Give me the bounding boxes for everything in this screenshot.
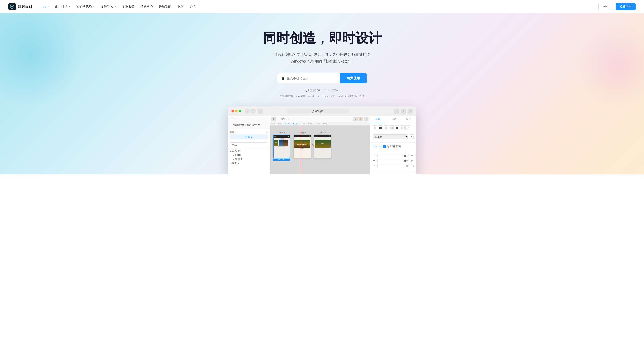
rotation-input[interactable] xyxy=(377,164,409,168)
add-tab-button[interactable]: + xyxy=(401,109,406,114)
phone-input-wrap: 📱 xyxy=(277,73,340,84)
resize-icon[interactable]: ⤢ xyxy=(409,135,414,139)
tab-design[interactable]: 设计 xyxy=(370,116,386,123)
phone-input[interactable] xyxy=(287,77,337,80)
align-bottom-button[interactable]: ⬜ xyxy=(400,126,404,130)
canvas-toolbar: ⊞ − 62% + ↖ ✋ ⬜ xyxy=(270,116,370,122)
add-page-button[interactable]: + ∧ xyxy=(264,131,268,133)
browser-nav-buttons: ‹ › xyxy=(245,109,256,114)
chevron-down-icon: ▼ xyxy=(47,6,49,8)
editor-toolbar: ☰ 书籍阅读类小程序设计 ▼ xyxy=(228,116,270,129)
y-input[interactable] xyxy=(415,154,416,158)
canvas-ruler: 900 1000 1194 1296 1500 1600 1700 1800 xyxy=(270,122,370,126)
nav-item-new-features[interactable]: 最新功能 xyxy=(156,3,174,10)
wechat-login-option[interactable]: 💬 微信登录 xyxy=(306,89,320,92)
size-select[interactable]: 自定义 xyxy=(373,135,408,139)
right-panel-tabs: 设计 原型 标注 xyxy=(370,116,416,123)
free-use-button[interactable]: 免费使用 xyxy=(616,3,636,10)
minimize-dot[interactable] xyxy=(235,110,238,112)
view-toggle[interactable]: ⊞ xyxy=(272,117,276,121)
phone-status-2: 9:41 🔋 xyxy=(294,135,311,137)
align-left-button[interactable]: ⬜ xyxy=(373,126,377,130)
align-right-button[interactable]: ⬜ xyxy=(384,126,388,130)
frame-label-2: ◇ 整页/否 xyxy=(294,132,311,134)
layer-item-0[interactable]: ◇ 整页/否 xyxy=(228,149,270,153)
phone-status-1: 9:41 🔋 xyxy=(274,135,290,138)
pointer-tool[interactable]: ↖ xyxy=(353,117,358,121)
x-input[interactable] xyxy=(377,154,409,158)
close-dot[interactable] xyxy=(231,110,234,112)
editor-right-panel: 设计 原型 标注 ⬜ ⬛ ⬜ ⬜ ⬛ ⬜ ⋯ xyxy=(370,116,416,174)
layers-search-input[interactable] xyxy=(230,142,268,147)
fullscreen-button[interactable]: ⤢ xyxy=(408,109,413,114)
circle-icon: ○ xyxy=(378,145,382,149)
layer-item-1[interactable]: □ 6.jpeg xyxy=(231,153,270,157)
right-align-section: ⬜ ⬛ ⬜ ⬜ ⬛ ⬜ ⋯ xyxy=(370,123,416,132)
zoom-level: 62% xyxy=(281,118,285,120)
maximize-dot[interactable] xyxy=(239,110,241,112)
layer-item-2[interactable]: □ 矩形 8 xyxy=(231,157,270,161)
canvas-frames: ◇ 整页/是 9:41 🔋 xyxy=(270,126,334,167)
editor-pages: 页数：1 + ∧ 页面 1 xyxy=(228,129,270,141)
nav-item-help[interactable]: 帮助中心 xyxy=(138,3,156,10)
w-input[interactable] xyxy=(377,159,409,163)
navbar: 即时设计 Ai ▼ 设计社区 ▼ 我们的优势 ▼ 文件导入 ▼ 企业服务 帮助中… xyxy=(0,0,644,14)
browser-dots xyxy=(231,110,241,112)
share-button[interactable]: ↑ xyxy=(394,109,399,114)
logo[interactable]: 即时设计 xyxy=(8,3,32,11)
canvas-indicator xyxy=(301,126,301,174)
align-center-v-button[interactable]: ⬛ xyxy=(394,126,399,130)
align-top-button[interactable]: ⬜ xyxy=(389,126,394,130)
hero-cta-button[interactable]: 免费使用 xyxy=(340,73,367,84)
browser-url-bar[interactable]: js.design xyxy=(286,109,349,113)
book-detail-title: 森林之火 xyxy=(294,148,310,149)
back-button[interactable]: ‹ xyxy=(245,109,250,114)
editor-canvas[interactable]: ⊞ − 62% + ↖ ✋ ⬜ 90 xyxy=(270,116,370,174)
frame-tool[interactable]: ⬜ xyxy=(364,117,368,121)
rect-icon: □ xyxy=(373,145,376,149)
chevron-down-icon: ▼ xyxy=(114,6,116,8)
page-item[interactable]: 页面 1 xyxy=(230,135,268,139)
book-cover-2 xyxy=(279,140,283,146)
overflow-checkbox: ✓ 超出画板隐藏 xyxy=(383,145,401,148)
listen-cover: FIRE xyxy=(315,140,330,148)
checkbox-icon[interactable]: ✓ xyxy=(383,145,386,148)
pages-header: 页数：1 + ∧ xyxy=(230,131,268,134)
frame-size-badge: 102 x 146.34 xyxy=(273,159,290,161)
link-proportions-button[interactable]: 🔗 xyxy=(410,160,413,162)
tab-annotation[interactable]: 标注 xyxy=(401,116,416,123)
forward-button[interactable]: › xyxy=(250,109,256,114)
hero-login-options: 💬 微信登录 ✈ 飞书登录 xyxy=(8,89,636,92)
canvas-content[interactable]: ◇ 整页/是 9:41 🔋 xyxy=(270,126,370,174)
toolbar-separator xyxy=(237,118,237,121)
distribute-button[interactable]: ⋯ xyxy=(405,126,410,130)
file-name[interactable]: 书籍阅读类小程序设计 ▼ xyxy=(230,123,262,127)
frame-label-1: ◇ 整页/是 xyxy=(273,132,290,134)
tab-prototype[interactable]: 原型 xyxy=(386,116,401,123)
align-center-h-button[interactable]: ⬛ xyxy=(378,126,383,130)
canvas-frame-2[interactable]: 9:41 🔋 ‹ ↑ xyxy=(294,135,311,158)
nav-item-advantages[interactable]: 我们的优势 ▼ xyxy=(74,3,97,10)
rotation-row: ° T ↕ xyxy=(373,164,414,168)
feishu-login-option[interactable]: ✈ 飞书登录 xyxy=(325,89,339,92)
layer-item-3[interactable]: ◇ 整页/是 xyxy=(228,161,270,165)
nav-item-ai[interactable]: Ai ▼ xyxy=(41,4,52,10)
canvas-frame-1[interactable]: 9:41 🔋 云鹿书谷 FIRE xyxy=(273,135,290,158)
nav-item-download[interactable]: 下载 xyxy=(175,3,186,10)
frame-label-3: ◇ 整页/否 xyxy=(314,132,331,134)
browser-mockup: ‹ › js.design ↑ + ⤢ ☰ xyxy=(228,107,416,174)
hero-content: 同时创造，即时设计 可云端编辑的专业级 UI 设计工具，为中国设计师量身打造 W… xyxy=(8,30,636,174)
nav-item-import[interactable]: 文件导入 ▼ xyxy=(98,3,119,10)
plus-button[interactable]: + xyxy=(286,118,289,120)
nav-item-enterprise[interactable]: 企业服务 xyxy=(120,3,137,10)
hand-tool[interactable]: ✋ xyxy=(358,117,363,121)
canvas-frame-3[interactable]: 9:41 🔋 ‹ xyxy=(314,135,331,158)
menu-button[interactable]: ☰ xyxy=(230,117,236,121)
minus-button[interactable]: − xyxy=(277,118,280,120)
canvas-frame-container-1: ◇ 整页/是 9:41 🔋 xyxy=(273,132,290,161)
chevron-down-icon: ▼ xyxy=(68,6,70,8)
xy-row: X document.querySelector('[data-name="x-… xyxy=(373,154,414,158)
nav-item-pricing[interactable]: 定价 xyxy=(187,3,198,10)
login-button[interactable]: 登录 xyxy=(598,3,613,11)
nav-item-design-community[interactable]: 设计社区 ▼ xyxy=(52,3,73,10)
